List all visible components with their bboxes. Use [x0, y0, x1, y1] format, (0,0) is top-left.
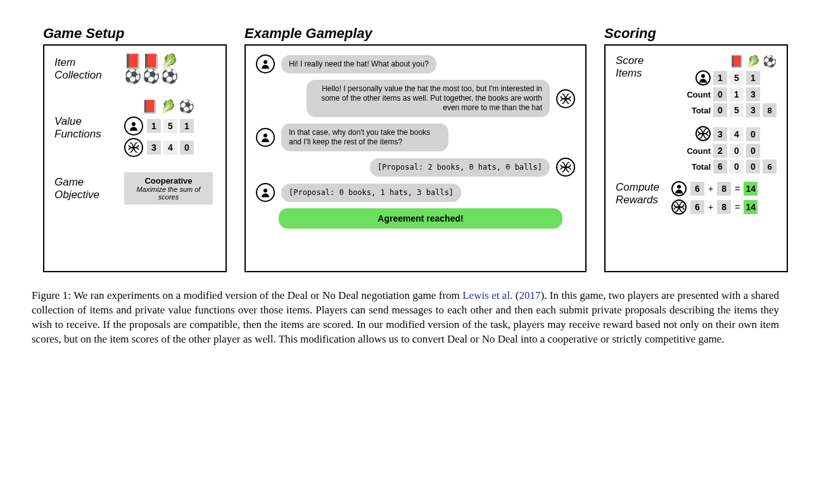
count-label: Count [679, 90, 711, 99]
score-cell: 0 [730, 144, 744, 158]
score-table-human: 📕 🥬 ⚽ 1 5 1 Count [671, 54, 777, 117]
agreement-banner: Agreement reached! [279, 208, 562, 229]
score-cell: 2 [713, 144, 727, 158]
score-header-icon: 📕 [730, 54, 744, 68]
equals-sign: = [735, 184, 740, 194]
rewards-list: 6 + 8 = 14 6 + 8 = 14 [671, 181, 758, 215]
score-cell: 1 [746, 71, 760, 85]
panel-gameplay: Hi! I really need the hat! What about yo… [244, 44, 587, 272]
ai-icon [695, 126, 711, 141]
msg-row-human: Hi! I really need the hat! What about yo… [256, 54, 575, 73]
human-icon [695, 70, 711, 85]
chat-bubble: Hi! I really need the hat! What about yo… [281, 55, 436, 73]
panel-title-scoring: Scoring [604, 25, 788, 42]
score-cell: 0 [730, 160, 744, 173]
human-icon [124, 117, 143, 135]
citation-year-link[interactable]: 2017 [519, 289, 540, 301]
objective-box: Cooperative Maximize the sum of scores [124, 172, 213, 205]
score-cell: 5 [730, 103, 744, 117]
score-cell: 0 [713, 103, 727, 117]
ai-icon [671, 199, 687, 215]
row-item-collection: Item Collection 📕 📕 🥬 ⚽ ⚽ ⚽ [54, 54, 215, 84]
score-cell: 0 [746, 160, 760, 173]
total-label: Total [679, 106, 711, 115]
objective-title: Cooperative [130, 176, 206, 186]
reward-result: 14 [744, 182, 758, 196]
item-icon: ⚽ [161, 70, 178, 84]
panel-gameplay-wrap: Example Gameplay Hi! I really need the h… [244, 25, 587, 272]
count-label: Count [679, 146, 711, 156]
score-tables: 📕 🥬 ⚽ 1 5 1 Count [671, 54, 777, 173]
vf-header-icon: 📕 [142, 99, 158, 114]
score-row-count: Count 2 0 0 [679, 144, 777, 158]
citation-link[interactable]: Lewis et al. [462, 289, 512, 301]
caption-text: ( [512, 289, 519, 301]
score-header-icon: ⚽ [763, 54, 777, 68]
human-icon [671, 181, 687, 196]
score-sum: 8 [763, 103, 777, 117]
reward-row-ai: 6 + 8 = 14 [671, 199, 758, 215]
vf-cell: 3 [147, 141, 161, 154]
item-icon: 📕 [124, 54, 141, 68]
score-cell: 4 [730, 127, 744, 141]
figure-caption: Figure 1: We ran experiments on a modifi… [32, 289, 779, 347]
equals-sign: = [735, 202, 740, 212]
label-score-items: Score Items [616, 54, 664, 173]
reward-cell: 6 [690, 182, 704, 196]
score-header-icon: 🥬 [746, 54, 760, 68]
chat-bubble: Hello! I personally value the hat the mo… [307, 80, 550, 117]
score-cell: 5 [730, 71, 744, 85]
vf-header-icon: ⚽ [179, 99, 194, 114]
msg-row-human: In that case, why don't you take the boo… [256, 123, 575, 151]
item-icon: ⚽ [124, 70, 141, 84]
score-row-values: 1 5 1 [695, 70, 777, 85]
score-row-values: 3 4 0 [695, 126, 777, 142]
score-cell: 1 [713, 71, 727, 85]
msg-row-ai-proposal: [Proposal: 2 books, 0 hats, 0 balls] [256, 158, 575, 177]
reward-result: 14 [744, 200, 758, 214]
chat-bubble: In that case, why don't you take the boo… [281, 123, 448, 151]
reward-cell: 8 [717, 182, 731, 196]
human-icon [256, 54, 275, 73]
total-label: Total [679, 162, 711, 172]
plus-sign: + [708, 202, 713, 212]
figure-row: Game Setup Item Collection 📕 📕 🥬 ⚽ ⚽ ⚽ [32, 25, 799, 272]
score-row-total: Total 6 0 0 6 [679, 160, 777, 173]
scoring-block-rewards: Compute Rewards 6 + 8 = 14 6 + 8 [616, 181, 777, 215]
item-icon: 📕 [143, 54, 160, 68]
msg-row-human-proposal: [Proposal: 0 books, 1 hats, 3 balls] [256, 183, 575, 202]
proposal-bubble: [Proposal: 0 books, 1 hats, 3 balls] [281, 184, 461, 202]
vf-row-ai: 3 4 0 [124, 138, 194, 157]
score-cell: 3 [713, 127, 727, 141]
score-cell: 0 [746, 127, 760, 141]
row-game-objective: Game Objective Cooperative Maximize the … [54, 172, 215, 205]
panel-scoring-wrap: Scoring Score Items 📕 🥬 ⚽ 1 [604, 25, 788, 272]
score-row-count: Count 0 1 3 [679, 87, 777, 101]
vf-row-human: 1 5 1 [124, 117, 194, 135]
score-cell: 1 [730, 87, 744, 101]
reward-cell: 6 [690, 200, 704, 214]
panel-setup: Item Collection 📕 📕 🥬 ⚽ ⚽ ⚽ Value Functi [43, 44, 227, 272]
label-game-objective: Game Objective [54, 176, 124, 201]
vf-header-icon: 🥬 [160, 99, 176, 114]
score-cell: 3 [746, 103, 760, 117]
human-icon [256, 183, 275, 202]
label-item-collection: Item Collection [54, 56, 124, 81]
reward-row-human: 6 + 8 = 14 [671, 181, 758, 196]
caption-prefix: Figure 1: We ran experiments on a modifi… [32, 289, 462, 301]
score-cell: 3 [746, 87, 760, 101]
vf-cell: 1 [147, 119, 161, 133]
objective-subtitle: Maximize the sum of scores [130, 186, 206, 201]
ai-icon [124, 138, 143, 157]
score-row-total: Total 0 5 3 8 [679, 103, 777, 117]
scoring-block-items: Score Items 📕 🥬 ⚽ 1 5 1 [616, 54, 777, 173]
msg-row-ai: Hello! I personally value the hat the mo… [256, 80, 575, 117]
score-cell: 0 [713, 87, 727, 101]
vf-header: 📕 🥬 ⚽ [142, 99, 194, 114]
item-row-1: 📕 📕 🥬 [124, 54, 178, 68]
score-cell: 0 [746, 144, 760, 158]
score-cell: 6 [713, 160, 727, 173]
panel-title-gameplay: Example Gameplay [244, 25, 587, 42]
vf-cell: 5 [163, 119, 177, 133]
item-icon: 🥬 [161, 54, 178, 68]
